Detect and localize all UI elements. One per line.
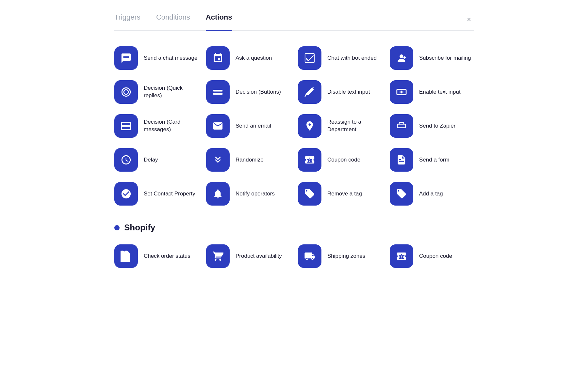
action-label-product-availability: Product availability (236, 253, 282, 260)
zapier-icon (390, 114, 413, 138)
card-icon (114, 114, 138, 138)
action-label-send-chat-message: Send a chat message (144, 54, 197, 62)
action-item-notify-operators[interactable]: Notify operators (206, 182, 290, 206)
tabs-bar: Triggers Conditions Actions × (114, 13, 474, 31)
svg-point-2 (124, 90, 128, 94)
quick-replies-icon (114, 80, 138, 104)
action-item-remove-tag[interactable]: Remove a tag (298, 182, 382, 206)
action-item-send-form[interactable]: Send a form (390, 148, 474, 172)
action-label-subscribe-mailing: Subscribe for mailing (419, 54, 471, 62)
action-item-chat-bot-ended[interactable]: Chat with bot ended (298, 46, 382, 70)
close-button[interactable]: × (464, 15, 474, 24)
shopify-title: Shopify (124, 223, 155, 233)
chat-icon (114, 46, 138, 70)
action-item-subscribe-mailing[interactable]: Subscribe for mailing (390, 46, 474, 70)
disable-text-icon (298, 80, 321, 104)
action-item-decision-quick[interactable]: Decision (Quick replies) (114, 80, 198, 104)
ask-icon (206, 46, 230, 70)
action-item-disable-text[interactable]: Disable text input (298, 80, 382, 104)
svg-rect-6 (122, 122, 131, 126)
action-label-reassign-dept: Reassign to a Department (327, 118, 382, 133)
svg-rect-3 (213, 90, 222, 92)
action-item-enable-text[interactable]: Enable text input (390, 80, 474, 104)
action-label-send-email: Send an email (236, 122, 271, 130)
bot-ended-icon (298, 46, 321, 70)
action-label-notify-operators: Notify operators (236, 190, 275, 198)
shipping-icon (298, 244, 321, 268)
main-container: Triggers Conditions Actions × Send a cha… (114, 13, 474, 373)
svg-rect-0 (305, 54, 314, 63)
action-label-check-order: Check order status (144, 253, 190, 260)
action-label-enable-text: Enable text input (419, 88, 461, 96)
cart-icon (206, 244, 230, 268)
action-item-shopify-coupon[interactable]: Coupon code (390, 244, 474, 268)
buttons-icon (206, 80, 230, 104)
action-label-send-form: Send a form (419, 156, 449, 164)
order-icon (114, 244, 138, 268)
action-item-randomize[interactable]: Randomize (206, 148, 290, 172)
action-item-set-contact[interactable]: Set Contact Property (114, 182, 198, 206)
coupon-icon (298, 148, 321, 172)
email-icon (206, 114, 230, 138)
tab-actions[interactable]: Actions (206, 13, 232, 26)
action-label-shopify-coupon: Coupon code (419, 253, 452, 260)
action-item-check-order[interactable]: Check order status (114, 244, 198, 268)
action-item-ask-question[interactable]: Ask a question (206, 46, 290, 70)
action-label-ask-question: Ask a question (236, 54, 272, 62)
action-item-send-zapier[interactable]: Send to Zapier (390, 114, 474, 138)
svg-rect-8 (397, 124, 406, 128)
shopify-section-heading: Shopify (114, 223, 474, 233)
notify-icon (206, 182, 230, 206)
action-label-delay: Delay (144, 156, 158, 164)
action-label-shipping-zones: Shipping zones (327, 253, 365, 260)
actions-grid: Send a chat messageAsk a questionChat wi… (114, 46, 474, 206)
enable-text-icon (390, 80, 413, 104)
contact-icon (114, 182, 138, 206)
action-label-send-zapier: Send to Zapier (419, 122, 456, 130)
action-label-add-tag: Add a tag (419, 190, 443, 198)
action-label-decision-card: Decision (Card messages) (144, 118, 198, 133)
delay-icon (114, 148, 138, 172)
action-item-send-email[interactable]: Send an email (206, 114, 290, 138)
action-item-decision-buttons[interactable]: Decision (Buttons) (206, 80, 290, 104)
reassign-icon (298, 114, 321, 138)
shopify-dot (114, 225, 120, 230)
action-item-add-tag[interactable]: Add a tag (390, 182, 474, 206)
action-item-decision-card[interactable]: Decision (Card messages) (114, 114, 198, 138)
action-item-reassign-dept[interactable]: Reassign to a Department (298, 114, 382, 138)
tab-conditions[interactable]: Conditions (156, 13, 190, 26)
shopify-grid: Check order statusProduct availabilitySh… (114, 244, 474, 268)
action-label-chat-bot-ended: Chat with bot ended (327, 54, 377, 62)
action-item-send-chat-message[interactable]: Send a chat message (114, 46, 198, 70)
randomize-icon (206, 148, 230, 172)
action-item-coupon-code[interactable]: Coupon code (298, 148, 382, 172)
action-label-set-contact: Set Contact Property (144, 190, 195, 198)
action-label-coupon-code: Coupon code (327, 156, 360, 164)
tag-icon (298, 182, 321, 206)
svg-rect-7 (122, 126, 131, 130)
tab-triggers[interactable]: Triggers (114, 13, 140, 26)
action-item-product-availability[interactable]: Product availability (206, 244, 290, 268)
svg-point-1 (122, 88, 130, 96)
subscribe-icon (390, 46, 413, 70)
form-icon (390, 148, 413, 172)
coupon-icon (390, 244, 413, 268)
action-label-disable-text: Disable text input (327, 88, 370, 96)
action-label-randomize: Randomize (236, 156, 264, 164)
action-item-shipping-zones[interactable]: Shipping zones (298, 244, 382, 268)
svg-rect-4 (213, 93, 222, 95)
action-label-decision-quick: Decision (Quick replies) (144, 85, 198, 100)
action-label-remove-tag: Remove a tag (327, 190, 362, 198)
action-item-delay[interactable]: Delay (114, 148, 198, 172)
tag-add-icon (390, 182, 413, 206)
action-label-decision-buttons: Decision (Buttons) (236, 88, 281, 96)
